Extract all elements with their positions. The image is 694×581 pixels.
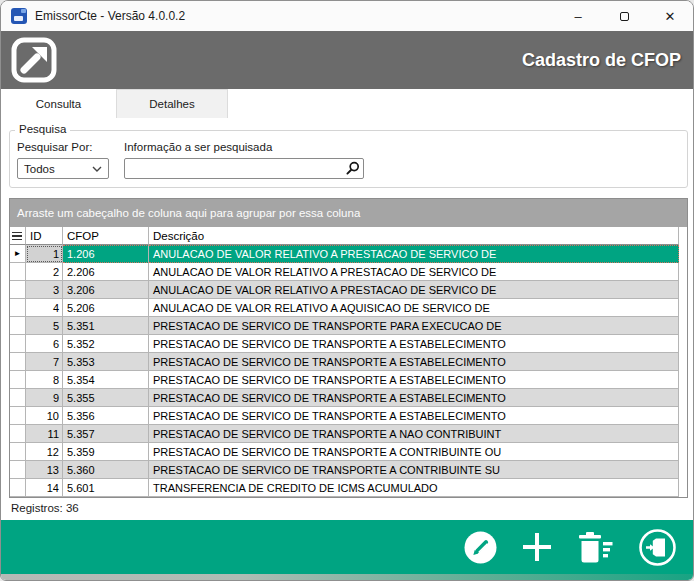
grid-header: ID CFOP Descrição	[10, 227, 687, 245]
row-indicator	[10, 479, 26, 497]
search-zone: Pesquisa Pesquisar Por: Todos Informação…	[1, 118, 693, 198]
table-row[interactable]: 6 5.352 PRESTACAO DE SERVICO DE TRANSPOR…	[10, 335, 679, 353]
cell-cfop[interactable]: 5.359	[63, 443, 149, 461]
cell-cfop[interactable]: 2.206	[63, 263, 149, 281]
search-input-wrap	[124, 158, 364, 179]
cell-descricao[interactable]: PRESTACAO DE SERVICO DE TRANSPORTE A CON…	[149, 461, 679, 479]
table-row[interactable]: 5 5.351 PRESTACAO DE SERVICO DE TRANSPOR…	[10, 317, 679, 335]
cell-cfop[interactable]: 5.360	[63, 461, 149, 479]
row-indicator	[10, 371, 26, 389]
column-header-descricao[interactable]: Descrição	[149, 227, 679, 245]
status-bar: Registros: 36	[1, 498, 693, 520]
app-window: EmissorCte - Versão 4.0.0.2 – ✕ Cadastro…	[0, 0, 694, 581]
cell-cfop[interactable]: 5.352	[63, 335, 149, 353]
cell-id[interactable]: 11	[26, 425, 63, 443]
exit-button[interactable]	[638, 528, 677, 567]
table-row[interactable]: ► 1 1.206 ANULACAO DE VALOR RELATIVO A P…	[10, 245, 679, 263]
cell-id[interactable]: 3	[26, 281, 63, 299]
cell-id[interactable]: 7	[26, 353, 63, 371]
cell-cfop[interactable]: 5.351	[63, 317, 149, 335]
row-indicator	[10, 299, 26, 317]
cell-id[interactable]: 6	[26, 335, 63, 353]
cell-id[interactable]: 12	[26, 443, 63, 461]
add-button[interactable]	[522, 532, 552, 562]
table-row[interactable]: 3 3.206 ANULACAO DE VALOR RELATIVO A PRE…	[10, 281, 679, 299]
search-input[interactable]	[125, 160, 345, 177]
table-row[interactable]: 11 5.357 PRESTACAO DE SERVICO DE TRANSPO…	[10, 425, 679, 443]
cell-id[interactable]: 5	[26, 317, 63, 335]
window-controls: – ✕	[555, 1, 693, 31]
logo-icon	[11, 37, 57, 83]
cell-id[interactable]: 1	[26, 245, 63, 263]
close-button[interactable]: ✕	[647, 1, 693, 31]
column-header-id[interactable]: ID	[26, 227, 63, 245]
cell-cfop[interactable]: 5.206	[63, 299, 149, 317]
table-row[interactable]: 13 5.360 PRESTACAO DE SERVICO DE TRANSPO…	[10, 461, 679, 479]
row-indicator: ►	[10, 245, 26, 263]
bottom-toolbar	[1, 520, 693, 574]
cell-descricao[interactable]: PRESTACAO DE SERVICO DE TRANSPORTE A EST…	[149, 389, 679, 407]
cell-cfop[interactable]: 5.355	[63, 389, 149, 407]
row-indicator	[10, 263, 26, 281]
delete-button[interactable]	[577, 531, 613, 564]
cell-cfop[interactable]: 5.356	[63, 407, 149, 425]
tab-detalhes[interactable]: Detalhes	[116, 89, 228, 118]
cell-cfop[interactable]: 5.354	[63, 371, 149, 389]
search-by-label: Pesquisar Por:	[17, 141, 92, 153]
table-row[interactable]: 8 5.354 PRESTACAO DE SERVICO DE TRANSPOR…	[10, 371, 679, 389]
table-row[interactable]: 9 5.355 PRESTACAO DE SERVICO DE TRANSPOR…	[10, 389, 679, 407]
row-indicator	[10, 443, 26, 461]
table-row[interactable]: 10 5.356 PRESTACAO DE SERVICO DE TRANSPO…	[10, 407, 679, 425]
plus-icon	[522, 532, 552, 562]
cell-cfop[interactable]: 5.601	[63, 479, 149, 497]
table-row[interactable]: 12 5.359 PRESTACAO DE SERVICO DE TRANSPO…	[10, 443, 679, 461]
record-count: Registros: 36	[11, 502, 79, 514]
cell-id[interactable]: 4	[26, 299, 63, 317]
minimize-button[interactable]: –	[555, 1, 601, 31]
cell-descricao[interactable]: PRESTACAO DE SERVICO DE TRANSPORTE A EST…	[149, 407, 679, 425]
cell-descricao[interactable]: PRESTACAO DE SERVICO DE TRANSPORTE PARA …	[149, 317, 679, 335]
edit-button[interactable]	[464, 531, 497, 564]
cell-descricao[interactable]: PRESTACAO DE SERVICO DE TRANSPORTE A CON…	[149, 443, 679, 461]
app-icon	[11, 8, 27, 24]
grid-customize-button[interactable]	[10, 227, 26, 245]
cell-id[interactable]: 13	[26, 461, 63, 479]
cell-descricao[interactable]: PRESTACAO DE SERVICO DE TRANSPORTE A EST…	[149, 335, 679, 353]
search-icon[interactable]	[345, 161, 360, 176]
title-bar: EmissorCte - Versão 4.0.0.2 – ✕	[1, 1, 693, 31]
minimize-icon: –	[574, 9, 581, 24]
cell-descricao[interactable]: PRESTACAO DE SERVICO DE TRANSPORTE A NAO…	[149, 425, 679, 443]
cell-cfop[interactable]: 5.353	[63, 353, 149, 371]
table-row[interactable]: 4 5.206 ANULACAO DE VALOR RELATIVO A AQU…	[10, 299, 679, 317]
edit-pencil-icon	[464, 531, 497, 564]
cell-id[interactable]: 2	[26, 263, 63, 281]
maximize-button[interactable]	[601, 1, 647, 31]
row-indicator	[10, 425, 26, 443]
cell-cfop[interactable]: 1.206	[63, 245, 149, 263]
cell-descricao[interactable]: ANULACAO DE VALOR RELATIVO A PRESTACAO D…	[149, 245, 679, 263]
cell-id[interactable]: 10	[26, 407, 63, 425]
table-row[interactable]: 2 2.206 ANULACAO DE VALOR RELATIVO A PRE…	[10, 263, 679, 281]
trash-icon	[577, 531, 613, 564]
page-title: Cadastro de CFOP	[522, 50, 681, 71]
cell-descricao[interactable]: ANULACAO DE VALOR RELATIVO A PRESTACAO D…	[149, 263, 679, 281]
cell-descricao[interactable]: TRANSFERENCIA DE CREDITO DE ICMS ACUMULA…	[149, 479, 679, 497]
cell-descricao[interactable]: PRESTACAO DE SERVICO DE TRANSPORTE A EST…	[149, 353, 679, 371]
cell-descricao[interactable]: ANULACAO DE VALOR RELATIVO A AQUISICAO D…	[149, 299, 679, 317]
cell-id[interactable]: 9	[26, 389, 63, 407]
search-by-select[interactable]: Todos	[17, 158, 109, 179]
table-row[interactable]: 7 5.353 PRESTACAO DE SERVICO DE TRANSPOR…	[10, 353, 679, 371]
column-header-cfop[interactable]: CFOP	[63, 227, 149, 245]
tab-consulta[interactable]: Consulta	[1, 89, 116, 118]
grid-customize-icon	[12, 232, 22, 240]
cell-cfop[interactable]: 5.357	[63, 425, 149, 443]
group-by-panel[interactable]: Arraste um cabeçalho de coluna aqui para…	[10, 199, 687, 227]
cell-cfop[interactable]: 3.206	[63, 281, 149, 299]
row-indicator	[10, 461, 26, 479]
cell-descricao[interactable]: ANULACAO DE VALOR RELATIVO A PRESTACAO D…	[149, 281, 679, 299]
cell-id[interactable]: 14	[26, 479, 63, 497]
row-indicator	[10, 281, 26, 299]
cell-id[interactable]: 8	[26, 371, 63, 389]
cell-descricao[interactable]: PRESTACAO DE SERVICO DE TRANSPORTE A EST…	[149, 371, 679, 389]
table-row[interactable]: 14 5.601 TRANSFERENCIA DE CREDITO DE ICM…	[10, 479, 679, 497]
